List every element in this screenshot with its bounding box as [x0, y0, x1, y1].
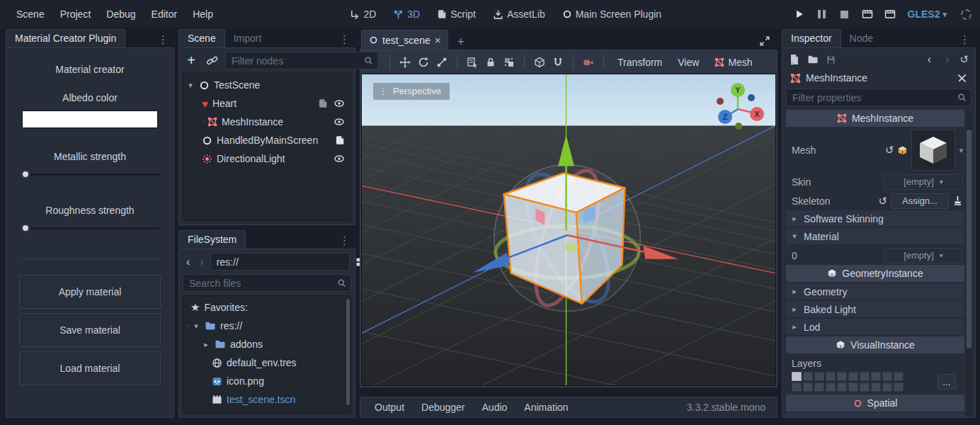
play-scene-button[interactable]: [858, 6, 877, 23]
local-space-icon[interactable]: [531, 54, 548, 71]
object-history-icon[interactable]: ↺: [959, 53, 969, 66]
apply-material-button[interactable]: Apply material: [19, 275, 161, 309]
group-geometry[interactable]: ▸ Geometry: [786, 283, 964, 300]
history-back-icon[interactable]: ‹: [183, 256, 193, 268]
workspace-script-button[interactable]: Script: [431, 6, 482, 23]
workspace-2d-button[interactable]: 2D: [343, 6, 382, 23]
revert-icon[interactable]: ↺: [878, 195, 887, 208]
section-spatial[interactable]: Spatial: [786, 395, 964, 412]
workspace-assetlib-button[interactable]: AssetLib: [487, 6, 551, 23]
panel-menu-icon[interactable]: ⋮: [334, 233, 355, 249]
mesh-preview[interactable]: [911, 130, 955, 171]
tab-material-creator-plugin[interactable]: Material Creator Plugin: [6, 29, 125, 47]
play-button[interactable]: [790, 6, 809, 23]
fs-item-addons[interactable]: ▸ addons: [183, 335, 351, 353]
orientation-gizmo[interactable]: Y X Z: [710, 80, 765, 132]
tab-inspector[interactable]: Inspector: [782, 29, 841, 47]
history-forward-icon[interactable]: ›: [942, 53, 952, 66]
tree-node-directionallight[interactable]: DirectionalLight: [183, 149, 351, 168]
menu-project[interactable]: Project: [52, 6, 99, 23]
3d-viewport[interactable]: ⋮ Perspective Y X: [361, 74, 776, 386]
scrollbar[interactable]: [967, 111, 972, 416]
tools-icon[interactable]: [957, 73, 967, 84]
menu-debug[interactable]: Debug: [98, 6, 143, 23]
group-icon[interactable]: [501, 54, 518, 71]
visibility-eye-icon[interactable]: [334, 98, 345, 109]
new-scene-tab-button[interactable]: +: [448, 35, 473, 50]
list-select-tool-icon[interactable]: [464, 54, 481, 71]
view-menu[interactable]: View: [671, 54, 706, 71]
menu-help[interactable]: Help: [185, 6, 221, 23]
snap-icon[interactable]: [549, 54, 566, 71]
group-transform[interactable]: ▸ Transform: [786, 413, 964, 417]
mesh-menu[interactable]: Mesh: [707, 54, 759, 71]
tab-node[interactable]: Node: [841, 30, 882, 47]
history-forward-icon[interactable]: ›: [196, 256, 207, 268]
debugger-button[interactable]: Debugger: [413, 399, 474, 416]
play-custom-scene-button[interactable]: [881, 6, 899, 23]
panel-menu-icon[interactable]: ⋮: [152, 32, 174, 47]
tree-node-heart[interactable]: ♥ Heart: [183, 94, 351, 113]
group-baked-light[interactable]: ▸ Baked Light: [786, 301, 964, 317]
layers-more-button[interactable]: ...: [938, 374, 956, 390]
expand-icon[interactable]: ▸: [202, 340, 210, 349]
search-files-input[interactable]: [183, 278, 337, 289]
main-screen-plugin-button[interactable]: Main Screen Plugin: [557, 6, 667, 23]
new-resource-icon[interactable]: [789, 54, 800, 65]
group-lod[interactable]: ▸ Lod: [786, 319, 964, 335]
favorites-row[interactable]: ★ Favorites:: [183, 298, 351, 317]
group-material[interactable]: ▾ Material: [786, 228, 964, 244]
fs-item-default-env[interactable]: default_env.tres: [183, 353, 351, 372]
instance-scene-button[interactable]: [204, 52, 221, 69]
filter-properties-input[interactable]: [787, 92, 957, 103]
albedo-color-picker[interactable]: [22, 110, 158, 128]
tree-node-testscene[interactable]: ▾ TestScene: [183, 76, 351, 94]
menu-scene[interactable]: Scene: [8, 6, 52, 23]
perspective-button[interactable]: ⋮ Perspective: [373, 83, 450, 100]
metallic-strength-slider[interactable]: [21, 169, 159, 179]
transform-menu[interactable]: Transform: [610, 54, 669, 71]
history-back-icon[interactable]: ‹: [924, 53, 935, 66]
update-spinner-icon[interactable]: [961, 9, 972, 20]
add-node-button[interactable]: +: [183, 52, 200, 69]
visibility-eye-icon[interactable]: [334, 116, 345, 128]
panel-menu-icon[interactable]: ⋮: [954, 32, 976, 47]
audio-button[interactable]: Audio: [474, 399, 516, 416]
output-button[interactable]: Output: [366, 399, 413, 416]
fs-item-test-scene[interactable]: test_scene.tscn: [183, 390, 351, 409]
tab-scene[interactable]: Scene: [178, 29, 225, 47]
script-icon[interactable]: [335, 135, 345, 145]
lock-icon[interactable]: [482, 54, 499, 71]
menu-editor[interactable]: Editor: [144, 6, 186, 23]
move-tool-icon[interactable]: [397, 54, 414, 71]
chevron-down-icon[interactable]: ▾: [959, 146, 963, 155]
revert-icon[interactable]: ↺: [885, 144, 894, 157]
save-icon[interactable]: [826, 55, 836, 65]
collapse-icon[interactable]: ▾: [192, 322, 200, 331]
skeleton-assign-button[interactable]: Assign...: [891, 193, 949, 209]
tree-node-handledbymainscreen[interactable]: HandledByMainScreen: [183, 131, 351, 149]
section-geometryinstance[interactable]: GeometryInstance: [786, 265, 964, 282]
clear-node-path-icon[interactable]: [952, 196, 963, 206]
panel-menu-icon[interactable]: ⋮: [334, 32, 355, 47]
load-material-button[interactable]: Load material: [19, 351, 161, 385]
script-icon[interactable]: [318, 98, 328, 108]
scene-tab-test-scene[interactable]: test_scene ×: [361, 30, 448, 50]
camera-preview-icon[interactable]: [580, 54, 597, 71]
collapse-icon[interactable]: ▾: [186, 81, 195, 90]
tree-node-meshinstance[interactable]: MeshInstance: [183, 113, 351, 131]
close-icon[interactable]: ×: [435, 34, 441, 46]
distraction-free-icon[interactable]: [752, 35, 777, 50]
stop-button[interactable]: [836, 6, 854, 23]
rotate-tool-icon[interactable]: [415, 54, 432, 71]
scrollbar[interactable]: [346, 299, 350, 405]
tab-import[interactable]: Import: [225, 30, 270, 47]
workspace-3d-button[interactable]: 3D: [387, 6, 426, 23]
group-software-skinning[interactable]: ▸ Software Skinning: [786, 210, 964, 227]
section-visualinstance[interactable]: VisualInstance: [786, 336, 964, 353]
roughness-strength-slider[interactable]: [21, 223, 159, 233]
path-input[interactable]: [211, 256, 349, 268]
fs-item-res[interactable]: ▾ res://: [183, 317, 351, 335]
renderer-select[interactable]: GLES2 ▾: [904, 8, 951, 20]
pause-button[interactable]: [813, 6, 831, 23]
